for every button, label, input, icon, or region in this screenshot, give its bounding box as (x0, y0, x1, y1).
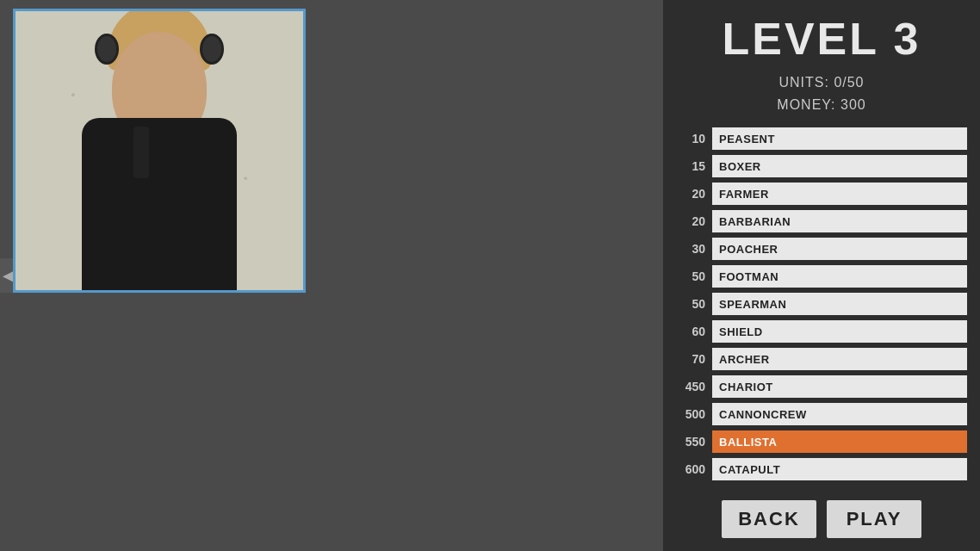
play-button[interactable]: PLAY (827, 500, 921, 538)
person-torso (82, 118, 237, 290)
units-display: UNITS: 0/50 (777, 71, 865, 94)
unit-row[interactable]: 550BALLISTA (676, 429, 967, 455)
unit-name: FARMER (712, 183, 967, 205)
unit-cost: 500 (676, 407, 712, 421)
unit-row[interactable]: 50FOOTMAN (676, 263, 967, 289)
unit-cost: 30 (676, 242, 712, 256)
webcam-container (13, 9, 306, 293)
unit-row[interactable]: 500CANNONCREW (676, 401, 967, 427)
unit-name: CATAPULT (712, 458, 967, 480)
unit-cost: 50 (676, 269, 712, 283)
unit-name: PEASENT (712, 127, 967, 150)
unit-name: CANNONCREW (712, 403, 967, 425)
unit-cost: 20 (676, 187, 712, 201)
unit-cost: 60 (676, 325, 712, 338)
unit-cost: 450 (676, 380, 712, 393)
unit-name: BARBARIAN (712, 210, 967, 232)
unit-name: BOXER (712, 155, 967, 177)
unit-row[interactable]: 10PEASENT (676, 126, 967, 152)
unit-cost: 70 (676, 352, 712, 366)
unit-name: BALLISTA (712, 430, 967, 453)
unit-row[interactable]: 30POACHER (676, 236, 967, 262)
headphone-right (202, 36, 221, 62)
unit-list: 10PEASENT15BOXER20FARMER20BARBARIAN30POA… (676, 126, 967, 482)
unit-name: CHARIOT (712, 375, 967, 398)
back-button[interactable]: BACK (722, 500, 816, 538)
unit-row[interactable]: 600CATAPULT (676, 456, 967, 482)
unit-cost: 550 (676, 435, 712, 449)
webcam-feed (16, 11, 303, 290)
unit-cost: 15 (676, 159, 712, 173)
microphone (133, 127, 149, 178)
unit-cost: 20 (676, 214, 712, 228)
unit-name: POACHER (712, 238, 967, 260)
stats-area: UNITS: 0/50 MONEY: 300 (777, 71, 865, 115)
unit-row[interactable]: 50SPEARMAN (676, 291, 967, 317)
unit-row[interactable]: 15BOXER (676, 153, 967, 179)
unit-row[interactable]: 60SHIELD (676, 319, 967, 344)
unit-name: SPEARMAN (712, 293, 967, 315)
unit-cost: 10 (676, 132, 712, 145)
right-panel: LEVEL 3 UNITS: 0/50 MONEY: 300 10PEASENT… (663, 0, 980, 551)
bottom-buttons: BACK PLAY (722, 493, 921, 542)
unit-cost: 600 (676, 462, 712, 476)
headphone-left (97, 36, 116, 62)
unit-row[interactable]: 20FARMER (676, 181, 967, 207)
level-title: LEVEL 3 (722, 13, 921, 65)
money-display: MONEY: 300 (777, 94, 865, 116)
unit-name: FOOTMAN (712, 265, 967, 288)
unit-name: SHIELD (712, 320, 967, 343)
unit-cost: 50 (676, 297, 712, 311)
unit-row[interactable]: 70ARCHER (676, 346, 967, 372)
game-area: ◀ (0, 0, 663, 551)
unit-row[interactable]: 20BARBARIAN (676, 208, 967, 234)
unit-name: ARCHER (712, 348, 967, 370)
unit-row[interactable]: 450CHARIOT (676, 374, 967, 399)
